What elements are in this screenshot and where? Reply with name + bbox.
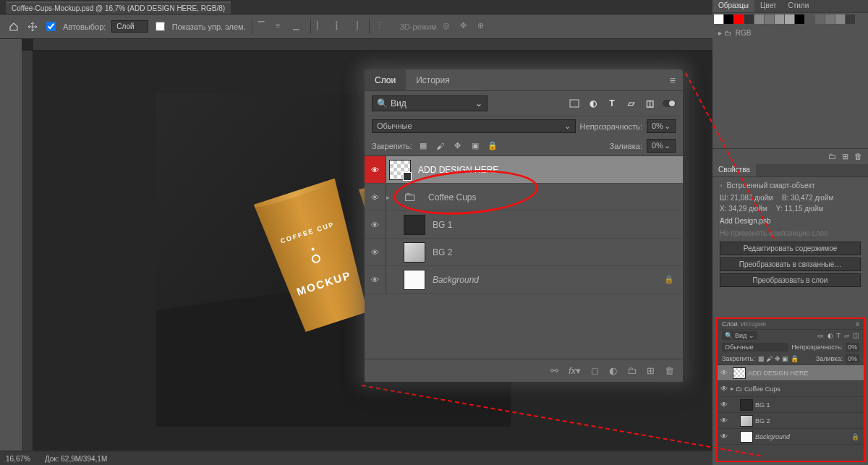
filter-type-icon[interactable]: T [837, 332, 841, 339]
panel-menu-icon[interactable]: ≡ [856, 320, 859, 328]
align-vcenter-icon[interactable]: ≡ [276, 21, 287, 33]
convert-layers-button[interactable]: Преобразовать в слои [720, 273, 861, 287]
visibility-toggle[interactable]: 👁 [365, 239, 386, 265]
delete-swatch-icon[interactable]: 🗑 [854, 152, 862, 161]
convert-linked-button[interactable]: Преобразовать в связанные… [720, 257, 861, 271]
tab-swatches[interactable]: Образцы [712, 0, 754, 12]
filter-shape-icon[interactable]: ▱ [844, 332, 849, 339]
visibility-toggle[interactable]: 👁 [365, 211, 386, 238]
3d-pan-icon[interactable]: ✥ [460, 21, 472, 33]
mini-tab-layers[interactable]: Слои [722, 320, 738, 328]
layer-coffee-cups-folder[interactable]: 👁 ▸ 🗀 Coffee Cups [365, 184, 683, 211]
visibility-toggle[interactable]: 👁 [365, 156, 386, 183]
3d-orbit-icon[interactable]: ◎ [443, 21, 454, 33]
lock-position-icon[interactable]: ✥ [451, 140, 464, 152]
y-value[interactable]: 11,15 дюйм [785, 205, 824, 213]
home-icon[interactable] [7, 20, 20, 33]
filter-adjustment-icon[interactable]: ◐ [827, 332, 833, 339]
mini-filter-dd[interactable]: 🔍 Вид ⌄ [722, 331, 757, 340]
tab-styles[interactable]: Стили [782, 0, 814, 12]
move-tool-icon[interactable] [26, 20, 39, 33]
layer-thumbnail[interactable] [404, 270, 425, 290]
align-right-icon[interactable]: ▕ [352, 21, 363, 33]
filter-adjustment-icon[interactable]: ◐ [587, 98, 599, 108]
swatch-group-rgb[interactable]: ▸ 🗀 RGB [712, 26, 868, 40]
auto-select-checkbox[interactable] [46, 22, 56, 31]
mini-opacity[interactable]: 0% [846, 343, 859, 351]
swatch[interactable] [754, 14, 764, 24]
lock-all-icon[interactable]: 🔒 [486, 140, 499, 152]
filter-toggle[interactable] [663, 100, 676, 107]
ruler-vertical[interactable] [22, 51, 33, 451]
align-left-icon[interactable]: ▏ [317, 21, 328, 33]
edit-contents-button[interactable]: Редактировать содержимое [720, 242, 861, 255]
link-layers-icon[interactable]: ⚯ [550, 365, 558, 376]
3d-zoom-icon[interactable]: ⊕ [477, 21, 489, 33]
layer-thumbnail[interactable] [404, 242, 425, 263]
layer-thumbnail[interactable] [404, 215, 425, 235]
swatch[interactable] [815, 14, 825, 24]
swatch[interactable] [785, 14, 794, 24]
lock-artboard-icon[interactable]: ▣ [469, 140, 482, 152]
swatch[interactable] [724, 14, 733, 24]
filter-pixel-icon[interactable] [569, 98, 580, 108]
width-value[interactable]: 21,083 дюйм [731, 194, 773, 202]
swatch[interactable] [846, 14, 855, 24]
blend-mode-dropdown[interactable]: Обычные⌄ [372, 119, 576, 133]
swatch[interactable] [714, 14, 723, 24]
mini-fill[interactable]: 0% [846, 354, 859, 363]
filter-pixel-icon[interactable]: ▭ [817, 332, 824, 339]
layer-add-design-here[interactable]: 👁 ADD DESIGN HERE [365, 156, 683, 184]
filter-shape-icon[interactable]: ▱ [625, 98, 637, 108]
layer-filter-dropdown[interactable]: 🔍 Вид ⌄ [372, 95, 488, 111]
mini-layer-coffee-cups[interactable]: 👁▸🗀 Coffee Cups [718, 381, 864, 397]
swatch[interactable] [765, 14, 774, 24]
layer-background[interactable]: 👁 Background 🔒 [365, 266, 683, 294]
delete-layer-icon[interactable]: 🗑 [665, 365, 674, 376]
align-bottom-icon[interactable]: ▁ [293, 21, 305, 33]
folder-expand-icon[interactable]: ▸ [386, 194, 396, 201]
filter-smart-icon[interactable]: ◫ [853, 332, 859, 339]
panel-menu-icon[interactable]: ≡ [663, 74, 683, 86]
height-value[interactable]: 30,472 дюйм [791, 194, 833, 202]
new-layer-icon[interactable]: ⊞ [647, 365, 655, 376]
tab-properties[interactable]: Свойства [712, 164, 756, 176]
mini-layer-background[interactable]: 👁 Background 🔒 [718, 429, 864, 445]
swatch[interactable] [825, 14, 835, 24]
adjustment-layer-icon[interactable]: ◐ [609, 365, 617, 376]
swatch[interactable] [775, 14, 784, 24]
zoom-level[interactable]: 16,67% [6, 455, 30, 463]
mini-blend-dd[interactable]: Обычные [722, 343, 788, 351]
filter-smart-icon[interactable]: ◫ [644, 98, 655, 108]
document-tab[interactable]: Coffee-Cups-Mockup.psd @ 16,7% (ADD DESI… [6, 1, 231, 14]
swatch[interactable] [795, 14, 804, 24]
swatch[interactable] [734, 14, 744, 24]
opacity-input[interactable]: 0%⌄ [647, 119, 676, 133]
tab-layers[interactable]: Слои [365, 69, 406, 90]
align-top-icon[interactable]: ▔ [258, 21, 270, 33]
tab-color[interactable]: Цвет [754, 0, 782, 12]
new-group-icon[interactable]: 🗀 [627, 365, 637, 376]
mini-layer-add-design[interactable]: 👁 ADD DESIGN HERE [718, 365, 864, 381]
tab-history[interactable]: История [406, 69, 460, 90]
mini-tab-history[interactable]: История [741, 320, 766, 328]
visibility-toggle[interactable]: 👁 [365, 184, 386, 210]
layer-mask-icon[interactable]: ◻ [591, 365, 599, 376]
new-folder-icon[interactable]: 🗀 [828, 152, 836, 161]
filter-type-icon[interactable]: T [606, 98, 618, 108]
fill-input[interactable]: 0%⌄ [647, 139, 676, 153]
new-swatch-icon[interactable]: ⊞ [842, 152, 848, 161]
mini-layer-bg2[interactable]: 👁 BG 2 [718, 413, 864, 429]
layer-bg2[interactable]: 👁 BG 2 [365, 239, 683, 266]
lock-pixels-icon[interactable]: 🖌 [434, 140, 447, 152]
layer-fx-icon[interactable]: fx▾ [569, 365, 581, 376]
swatch[interactable] [835, 14, 845, 24]
x-value[interactable]: 34,29 дюйм [728, 205, 767, 213]
visibility-toggle[interactable]: 👁 [365, 266, 386, 293]
distribute-icon[interactable]: ⋮ [375, 21, 387, 33]
ruler-horizontal[interactable] [33, 39, 712, 51]
layer-bg1[interactable]: 👁 BG 1 [365, 211, 683, 239]
show-controls-checkbox[interactable] [156, 22, 165, 31]
align-hcenter-icon[interactable]: ┇ [334, 21, 346, 33]
layer-thumbnail[interactable] [389, 160, 411, 180]
